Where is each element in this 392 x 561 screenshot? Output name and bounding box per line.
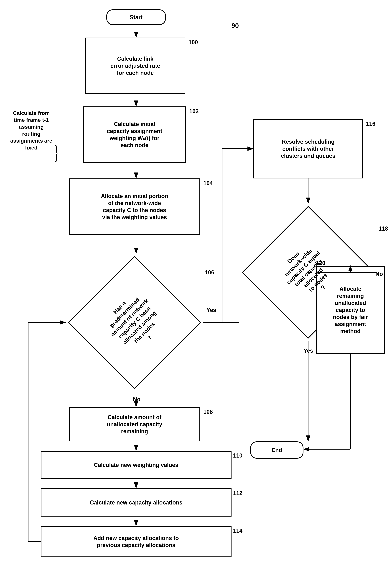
node-100-label: Calculate link error adjusted rate for e…	[110, 55, 160, 76]
node-100: Calculate link error adjusted rate for e…	[85, 38, 185, 94]
step-108: 108	[203, 409, 213, 415]
no-106: No	[133, 396, 140, 403]
side-label: Calculate from time frame t-1 assuming r…	[9, 109, 53, 151]
node-114: Add new capacity allocations to previous…	[41, 526, 232, 557]
node-106-label: Has a predetermined amount of network ca…	[86, 274, 183, 371]
node-108: Calculate amount of unallocated capacity…	[69, 407, 200, 442]
node-104-label: Allocate an initial portion of the netwo…	[101, 193, 168, 221]
node-120-label: Allocate remaining unallocated capacity …	[333, 285, 368, 335]
start-node: Start	[106, 9, 166, 25]
node-110: Calculate new weighting values	[41, 451, 232, 479]
step-104: 104	[203, 180, 213, 187]
step-106: 106	[205, 269, 214, 276]
end-node: End	[250, 442, 303, 459]
node-116-label: Resolve scheduling conflicts with other …	[281, 138, 335, 159]
flowchart: 90 Start Calculate link error adjusted r…	[0, 0, 392, 561]
node-112-label: Calculate new capacity allocations	[90, 499, 182, 506]
diagram-number: 90	[232, 22, 239, 29]
step-118: 118	[379, 225, 388, 232]
step-102: 102	[189, 108, 199, 115]
end-label: End	[272, 447, 282, 454]
yes-118: Yes	[303, 347, 313, 354]
brace: }	[53, 88, 59, 213]
step-112: 112	[233, 490, 243, 496]
step-110: 110	[233, 452, 243, 459]
node-112: Calculate new capacity allocations	[41, 488, 232, 517]
node-102: Calculate initial capacity assignment we…	[83, 107, 186, 163]
step-114: 114	[233, 528, 243, 534]
start-label: Start	[130, 14, 142, 21]
node-114-label: Add new capacity allocations to previous…	[93, 535, 179, 549]
node-116: Resolve scheduling conflicts with other …	[254, 119, 363, 178]
yes-106: Yes	[206, 307, 216, 313]
node-106: Has a predetermined amount of network ca…	[66, 254, 203, 391]
step-116: 116	[366, 120, 375, 127]
node-110-label: Calculate new weighting values	[94, 462, 178, 468]
node-108-label: Calculate amount of unallocated capacity…	[107, 414, 162, 435]
step-100: 100	[189, 39, 198, 46]
node-102-label: Calculate initial capacity assignment we…	[107, 120, 162, 149]
node-104: Allocate an initial portion of the netwo…	[69, 178, 200, 235]
no-118: No	[375, 271, 383, 277]
